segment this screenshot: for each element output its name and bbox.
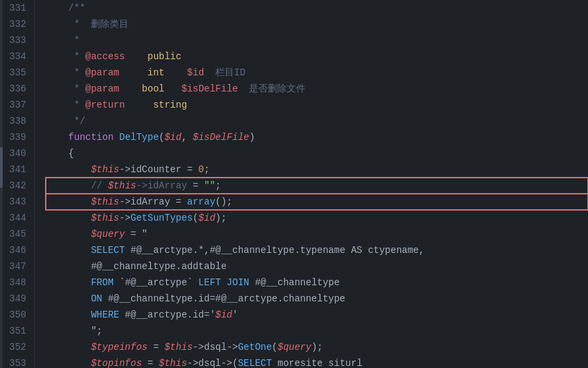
code-line: $query = " [46,226,588,242]
token: $this [108,178,136,194]
token: public [147,48,181,65]
line-number: 333 [8,32,26,48]
token: ON [46,291,102,307]
code-line: * @param int $id 栏目ID [46,65,588,81]
token: int [147,65,164,81]
token: ; [215,178,221,194]
line-number: 341 [8,161,26,178]
line-number: 348 [8,274,26,291]
code-line: * @access public [46,48,588,65]
token: ' [232,307,237,323]
token: #@__arctype.id=' [119,307,215,323]
line-number: 340 [8,145,26,161]
line-number: 342 [8,178,26,194]
code-line: ON #@__channeltype.id=#@__arctype.channe… [46,291,588,307]
token: array [187,194,215,210]
token: ->idCounter = [119,161,198,178]
token: 是否删除文件 [238,81,306,97]
token: $id [215,307,232,323]
code-line: $this->idArray = array(); [46,194,588,210]
token: SELECT [238,355,272,368]
token: $isDelFile [182,81,238,97]
code-area[interactable]: /** * 删除类目 * * @access public * @param i… [35,0,588,368]
scrollbar[interactable] [0,0,3,368]
token: FROM [46,274,114,291]
token [125,97,153,113]
code-editor: 3313323333343353363373383393403413423433… [0,0,588,368]
token: ->idArray [136,178,187,194]
token: ); [311,339,323,355]
token: ( [159,129,164,145]
line-number: 334 [8,48,26,65]
token: function [46,129,114,145]
token: `#@__arctype` [114,274,198,291]
line-number: 350 [8,307,26,323]
token: ( [272,339,277,355]
code-line: * [46,32,588,48]
token [125,48,148,65]
code-line: // $this->idArray = ""; [46,178,588,194]
code-line: * @param bool $isDelFile 是否删除文件 [46,81,588,97]
token: GetSunTypes [131,210,192,226]
token [119,81,142,97]
token: GetOne [238,339,272,355]
token: 栏目ID [204,65,246,81]
code-line: function DelType($id, $isDelFile) [46,129,588,145]
token: ) [250,129,255,145]
token: * [46,97,85,113]
token: @param [85,65,119,81]
token: WHERE [46,307,119,323]
code-line: $typeinfos = $this->dsql->GetOne($query)… [46,339,588,355]
line-number: 353 [8,355,26,368]
token: $query [46,226,125,242]
token: $id [164,129,181,145]
token: DelType [119,129,159,145]
line-number: 343 [8,194,26,210]
line-number: 339 [8,129,26,145]
code-line: /** [46,0,588,16]
line-number: 332 [8,16,26,32]
token: ->dsql-> [192,339,237,355]
token: "" [204,178,215,194]
token: * [46,65,85,81]
token: #@__channeltype.id=#@__arctype.channelty… [102,291,345,307]
token: $id [198,210,215,226]
token: string [153,97,187,113]
token: // [46,178,108,194]
token: $isDelFile [192,129,249,145]
line-number: 337 [8,97,26,113]
code-line: * @return string [46,97,588,113]
token: @access [85,48,125,65]
code-line: */ [46,113,588,129]
token: #@__channeltype.addtable [46,258,227,274]
token: -> [119,210,131,226]
token: LEFT JOIN [198,274,250,291]
token: * 删除类目 [46,16,128,32]
code-line: $this->idCounter = 0; [46,161,588,178]
token: * [46,48,85,65]
token: $this [46,210,119,226]
line-number: 351 [8,323,26,339]
token [119,65,147,81]
code-line: FROM `#@__arctype` LEFT JOIN #@__channel… [46,274,588,291]
token: { [46,145,74,161]
code-line: "; [46,323,588,339]
token: (); [215,194,232,210]
token: $query [278,339,311,355]
line-number: 347 [8,258,26,274]
token: /** [46,0,85,16]
line-number: 338 [8,113,26,129]
token: = [147,339,164,355]
token: * [46,81,85,97]
token: $topinfos [46,355,142,368]
token: @param [85,81,119,97]
line-number: 352 [8,339,26,355]
code-line: WHERE #@__arctype.id='$id' [46,307,588,323]
token: = [187,178,204,194]
token: bool [142,81,165,97]
token: */ [46,113,85,129]
line-number: 331 [8,0,26,16]
token: $this [159,355,187,368]
token: $id [187,65,204,81]
token: = " [125,226,148,242]
